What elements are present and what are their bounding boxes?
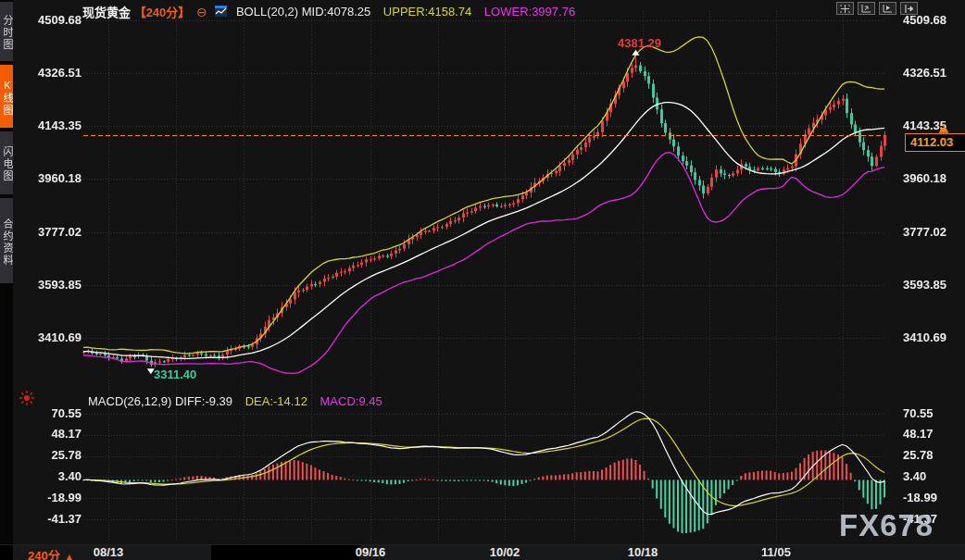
mini-chart-icon xyxy=(215,6,227,19)
price-axis-left-2: 4143.35 xyxy=(33,118,81,132)
macd-axis-right-2: 25.78 xyxy=(903,448,951,462)
sidebar: 分时图 K线图 闪电图 合约资料 xyxy=(0,0,13,560)
bottom-axis-strip: 240分▲ xyxy=(0,544,965,560)
axis-play-icon[interactable] xyxy=(879,2,896,15)
boll-mid-readout: BOLL(20,2) MID:4078.25 xyxy=(236,5,370,19)
x-axis-date-2: 10/02 xyxy=(490,545,520,559)
macd-axis-right-3: 3.40 xyxy=(903,469,951,483)
macd-axis-left-1: 48.17 xyxy=(33,427,81,441)
price-axis-right-1: 4326.51 xyxy=(903,66,951,80)
price-axis-right-4: 3777.02 xyxy=(903,225,951,239)
sidebar-item-contract-info[interactable]: 合约资料 xyxy=(0,198,13,283)
price-axis-right-6: 3410.69 xyxy=(903,330,951,344)
symbol-title: 现货黄金 xyxy=(82,6,131,19)
chart-header: 现货黄金 【240分】 ⊖ BOLL(20,2) MID:4078.25 UPP… xyxy=(82,3,575,19)
sidebar-item-flash-chart[interactable]: 闪电图 xyxy=(0,131,13,194)
macd-axis-left-4: -18.99 xyxy=(33,491,81,504)
low-price-annotation: 3311.40 xyxy=(154,367,196,381)
macd-axis-left-2: 25.78 xyxy=(33,448,81,462)
pan-right-icon[interactable] xyxy=(900,2,918,15)
price-axis-left-1: 4326.51 xyxy=(33,66,81,80)
boll-upper-readout: UPPER:4158.74 xyxy=(383,5,471,19)
macd-axis-right-0: 70.55 xyxy=(903,406,951,420)
macd-axis-left-0: 70.55 xyxy=(33,406,81,420)
macd-axis-left-5: -41.37 xyxy=(33,512,81,526)
crosshair-icon[interactable] xyxy=(836,2,854,15)
period-tag: 【240分】 xyxy=(134,6,191,19)
price-axis-left-6: 3410.69 xyxy=(33,330,81,344)
chevron-up-icon: ▲ xyxy=(65,552,74,560)
macd-diff-readout: MACD(26,12,9) DIFF:-9.39 xyxy=(88,394,232,408)
price-axis-left-0: 4509.68 xyxy=(33,13,81,27)
scrollbar-thumb[interactable] xyxy=(211,545,359,560)
price-axis-left-3: 3960.18 xyxy=(33,171,81,185)
price-axis-left-4: 3777.02 xyxy=(33,225,81,239)
kline-app-window: 分时图 K线图 闪电图 合约资料 现货黄金 【240分】 ⊖ BOLL(20,2… xyxy=(0,0,965,560)
macd-axis-left-3: 3.40 xyxy=(33,469,81,483)
x-axis-date-0: 08/13 xyxy=(94,545,124,559)
boll-lower-readout: LOWER:3997.76 xyxy=(484,5,575,19)
price-axis-right-5: 3593.85 xyxy=(903,278,951,292)
macd-header: MACD(26,12,9) DIFF:-9.39 DEA:-14.12 MACD… xyxy=(88,394,382,408)
macd-axis-right-4: -18.99 xyxy=(903,491,951,504)
macd-dea-readout: DEA:-14.12 xyxy=(245,394,307,408)
axis-scale-icon[interactable] xyxy=(858,2,875,15)
period-selector[interactable]: 240分▲ xyxy=(28,546,74,560)
macd-value-readout: MACD:9.45 xyxy=(320,394,382,408)
price-axis-left-5: 3593.85 xyxy=(33,278,81,292)
sidebar-item-kline-chart[interactable]: K线图 xyxy=(0,65,13,128)
x-axis-date-4: 11/05 xyxy=(761,545,791,559)
macd-axis-right-1: 48.17 xyxy=(903,427,951,441)
x-axis-date-1: 09/16 xyxy=(356,545,386,559)
price-axis-right-0: 4509.68 xyxy=(903,13,951,27)
collapse-indicator-icon[interactable]: ⊖ xyxy=(196,5,207,19)
price-axis-right-3: 3960.18 xyxy=(903,171,951,185)
bottom-left-corner xyxy=(0,545,13,560)
period-selector-label: 240分 xyxy=(28,549,60,560)
x-axis-date-3: 10/18 xyxy=(628,545,658,559)
watermark: FX678 xyxy=(839,508,934,543)
sidebar-item-timeline-chart[interactable]: 分时图 xyxy=(0,2,13,61)
kline-chart-canvas[interactable] xyxy=(0,0,965,560)
current-price-tag: 4112.03 xyxy=(905,133,965,152)
indicator-settings-icon[interactable] xyxy=(19,390,35,410)
high-price-annotation: 4381.29 xyxy=(618,36,661,50)
